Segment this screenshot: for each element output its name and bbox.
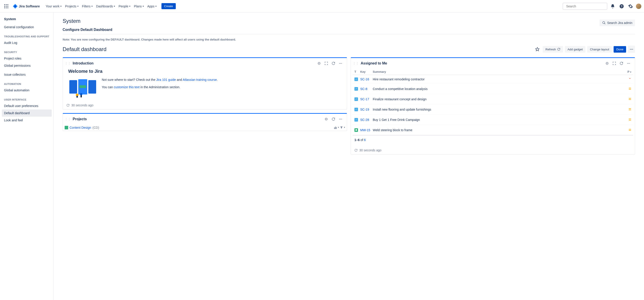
more-icon[interactable] [338,116,343,122]
nav-filters[interactable]: Filters▾ [81,3,94,10]
table-row[interactable]: ✓SC-16Hire restaurant remodeling contrac… [353,75,633,84]
minimize-icon[interactable] [324,116,329,122]
issue-key[interactable]: MW-15 [360,128,370,132]
drag-handle-icon[interactable]: ⋮⋮ [64,62,71,65]
drag-handle-icon[interactable]: ⋮⋮ [353,62,359,65]
nav-your-work[interactable]: Your work▾ [44,3,63,10]
table-row[interactable]: ✓SC-17Finalize restaurant concept and de… [353,94,633,104]
more-button[interactable] [628,46,635,53]
sidebar-item-general-configuration[interactable]: General configuration [2,24,52,31]
nav-projects[interactable]: Projects▾ [64,3,80,10]
maximize-icon[interactable] [324,61,329,66]
link-jira-101[interactable]: Jira 101 guide [156,78,176,82]
priority-medium-icon: = [628,127,631,132]
more-icon[interactable] [338,61,343,66]
help-icon[interactable]: ? [618,3,625,10]
issue-key[interactable]: SC-8 [360,87,368,91]
svg-point-5 [8,6,8,7]
change-layout-button[interactable]: Change layout [587,46,612,53]
col-summary[interactable]: Summary [373,70,624,73]
chart-icon[interactable] [334,126,337,129]
nav-people[interactable]: People▾ [117,3,132,10]
drag-handle-icon[interactable]: ⋮⋮ [64,117,71,121]
nav-dashboards[interactable]: Dashboards▾ [95,3,116,10]
star-button[interactable] [534,46,541,53]
settings-icon[interactable] [627,3,634,10]
svg-rect-24 [80,85,86,88]
issue-key[interactable]: SC-28 [360,118,369,122]
refresh-button[interactable]: Refresh [543,46,563,53]
priority-medium-icon: = [628,97,631,101]
product-name: Jira Software [19,4,40,8]
issue-key[interactable]: SC-16 [360,78,369,81]
col-type[interactable]: T [354,70,360,73]
more-icon[interactable] [626,61,631,66]
table-row[interactable]: ✓SC-28Buy 1 Get 1 Free Drink Campaign= [353,115,633,125]
table-row[interactable]: ✓SC-8Conduct a competitive location anal… [353,84,633,94]
col-key[interactable]: Key [360,70,373,73]
refresh-icon[interactable] [331,116,336,122]
sidebar-section-user-interface: USER INTERFACE [2,94,52,102]
filter-icon[interactable] [340,126,343,129]
jira-logo[interactable]: Jira Software [11,4,42,9]
create-button[interactable]: Create [162,3,176,9]
nav-plans[interactable]: Plans▾ [132,3,145,10]
sidebar-item-audit-log[interactable]: Audit Log [2,39,52,46]
sidebar-item-default-dashboard[interactable]: Default dashboard [2,110,52,117]
chevron-down-icon: ▾ [156,5,156,8]
svg-point-6 [4,8,5,8]
chevron-down-icon[interactable]: ▾ [338,126,339,129]
sidebar-heading: System [2,17,52,24]
link-customize-text[interactable]: customize this text [114,85,140,89]
done-button[interactable]: Done [614,46,626,53]
svg-point-4 [6,6,7,7]
notifications-icon[interactable] [609,3,616,10]
table-row[interactable]: ✓SC-19Install new flooring and update fu… [353,104,633,115]
issue-key[interactable]: SC-19 [360,108,369,111]
minimize-icon[interactable] [316,61,322,66]
add-gadget-button[interactable]: Add gadget [565,46,586,53]
issue-key[interactable]: SC-17 [360,97,369,101]
pagination-total-link[interactable]: 6 [364,138,366,142]
svg-point-18 [339,63,340,64]
intro-illustration [68,78,97,98]
table-header: T Key Summary P ▾ [353,69,633,75]
refresh-icon [557,48,560,51]
table-row[interactable]: MW-15Weld steering block to frame= [353,125,633,135]
svg-point-7 [6,8,7,8]
intro-line2: You can customize this text in the Admin… [102,85,342,90]
maximize-icon[interactable] [612,61,617,66]
svg-rect-26 [76,96,78,98]
gadget-title: Assigned to Me [361,61,603,65]
sidebar-section-automation: AUTOMATION [2,78,52,87]
project-row[interactable]: Content Design (CD) ▾ ▾ [64,124,345,131]
sidebar-item-global-automation[interactable]: Global automation [2,87,52,94]
search-box[interactable] [562,3,607,10]
search-input[interactable] [566,5,605,8]
task-icon: ✓ [354,108,358,111]
sidebar-item-project-roles[interactable]: Project roles [2,55,52,62]
svg-point-29 [339,119,340,120]
chevron-down-icon[interactable]: ▾ [344,126,345,129]
minimize-icon[interactable] [604,61,610,66]
admin-search-button[interactable]: Search Jira admin [600,20,635,26]
dashboard-actions: Refresh Add gadget Change layout Done [534,46,635,53]
col-priority[interactable]: P ▾ [624,70,631,73]
config-note: Note: You are now configuring the DEFAUL… [62,38,635,41]
svg-point-31 [341,119,342,120]
project-icon [64,126,68,129]
avatar[interactable] [636,4,641,9]
refresh-icon[interactable] [619,61,624,66]
app-switcher-icon[interactable] [3,3,10,10]
refresh-icon[interactable] [331,61,336,66]
link-training-course[interactable]: Atlassian training course [183,78,217,82]
chevron-down-icon: ▾ [143,5,144,8]
nav-apps[interactable]: Apps▾ [146,3,158,10]
sidebar-item-look-and-feel[interactable]: Look and feel [2,117,52,124]
svg-rect-23 [88,80,96,94]
sidebar-item-default-user-preferences[interactable]: Default user preferences [2,102,52,110]
sidebar-item-global-permissions[interactable]: Global permissions [2,62,52,69]
svg-point-37 [629,63,630,64]
sidebar-item-issue-collectors[interactable]: Issue collectors [2,71,52,78]
sidebar: System General configuration TROUBLESHOO… [0,13,54,300]
